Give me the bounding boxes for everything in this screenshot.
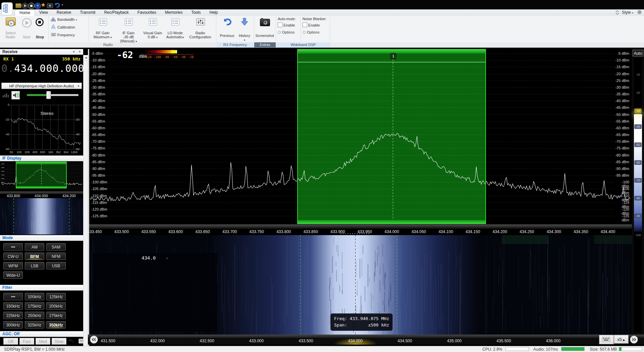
audio-device-select[interactable]: HP (Périphérique High Definition Audio) … [1,83,82,89]
panel-collapse-icon[interactable]: ▼ [72,49,75,55]
mode-button-lsb[interactable]: LSB [25,262,44,269]
filter-button-125khz[interactable]: 125kHz [46,293,66,300]
panel-close-icon[interactable]: × [78,49,81,55]
favourite-star-icon[interactable]: ★ [41,1,46,8]
spectrum-gridline [105,101,614,101]
mode-button-sam[interactable]: SAM [46,243,66,251]
db-label-right: -95 dBm [614,173,629,177]
frequency-display[interactable]: 0.434.000.000 [1,62,82,74]
frequency-button[interactable]: Frequency [51,32,87,38]
automute-enable-checkbox[interactable]: Enable [278,23,295,27]
bandwidth-button[interactable]: Bandwidth ▾ [51,16,87,23]
visual-gain-button[interactable]: Visual Gain0 dB ▾ [142,16,163,42]
radio-configuration-button[interactable]: RadioConfiguration [186,16,214,42]
tab-tools[interactable]: Tools [187,9,205,16]
nb-enable-checkbox[interactable]: Enable [303,23,320,27]
audio-meter [561,347,585,351]
filter-button-225khz[interactable]: 225kHz [3,312,23,319]
tune-line[interactable] [393,53,393,220]
db-label-right: -45 dBm [614,105,629,109]
add-icon[interactable]: + [35,3,41,9]
lo-mode-button[interactable]: LO ModeAutomatic▾ [164,16,186,42]
if-gain-button[interactable]: IF Gain-35 dB (Manual) ▾ [115,16,142,42]
filter-button-325khz[interactable]: 325kHz [25,321,44,328]
mode-button-wfm[interactable]: WFM [3,262,23,269]
mode-button-cwu[interactable]: CW-U [3,253,23,260]
mode-button-wideu[interactable]: Wide-U [3,271,23,279]
filter-button-350khz[interactable]: 350kHz [46,321,66,328]
spectrum-gridline [105,196,614,196]
agc-button-fast[interactable]: Fast [19,338,34,345]
mode-button-nfm[interactable]: NFM [46,253,66,260]
agc-button-med[interactable]: Med [36,338,50,345]
style-button[interactable]: Style ▾ [622,10,633,15]
selection-bottom-bar[interactable] [297,220,486,224]
tab-transmit[interactable]: Transmit [75,9,100,16]
spectrum-freq-label: 433.700 [220,229,240,234]
agc-button-slow[interactable]: Slow [52,338,66,345]
tab-view[interactable]: View [35,9,52,16]
filter-button-[interactable]: ••• [3,293,23,300]
play-icon[interactable] [22,3,28,9]
filter-button-175khz[interactable]: 175kHz [25,302,44,310]
automute-options-button[interactable]: ⛭ Options [278,30,295,35]
scale-chip-m20: -20 [634,90,642,95]
scroll-up-icon[interactable] [84,55,88,60]
filter-button-250khz[interactable]: 250kHz [25,312,44,319]
selection-right-edge[interactable] [485,49,486,224]
open-folder-icon[interactable] [15,3,21,8]
stop-icon[interactable] [28,3,35,9]
tab-favourites[interactable]: Favourites [133,9,161,16]
previous-button[interactable]: Previous [218,16,236,40]
if-freq-label: 434.200 [60,194,78,198]
zoom-x5-button[interactable]: x5 ▶ [614,335,629,344]
undo-icon[interactable] [54,2,60,9]
screenshot-button[interactable]: Screenshot [255,16,274,42]
app-icon[interactable] [1,2,13,15]
filter-button-300khz[interactable]: 300kHz [3,321,23,328]
mode-button-am[interactable]: AM [25,243,44,251]
filter-button-100khz[interactable]: 100kHz [25,293,44,300]
selection-region[interactable] [297,49,486,224]
sidebar-scrollbar[interactable] [83,55,88,346]
history-button[interactable]: History▾ [237,16,252,42]
scroll-right-button[interactable] [630,336,638,344]
scroll-left-button[interactable] [90,336,98,344]
select-radio-button[interactable]: SelectRadio [2,16,19,42]
rf-gain-button[interactable]: RF GainMaximum ▾ [91,16,115,42]
mode-button-usb[interactable]: USB [46,262,66,269]
auto-scale-button[interactable]: Auto [633,50,643,56]
nb-options-button[interactable]: ⛭ Options [303,30,320,35]
levels-icon[interactable] [3,92,9,99]
qat-customize-icon[interactable]: ▾ [62,3,65,6]
mode-button-[interactable]: ••• [3,243,23,251]
start-button[interactable]: Start [20,16,33,42]
agc-button-off[interactable]: Off [3,338,18,345]
waterfall-colour-scale[interactable] [634,58,642,333]
tab-home[interactable]: Home [15,9,35,16]
if-waterfall[interactable] [0,198,83,234]
undo-agc-icon[interactable] [68,338,74,345]
tab-help[interactable]: Help [205,9,222,16]
filter-button-275khz[interactable]: 275kHz [46,312,66,319]
volume-slider[interactable] [27,91,78,98]
speaker-icon[interactable] [11,91,20,99]
rx-marker[interactable]: 1 [390,53,396,59]
stop-button[interactable]: Stop [34,16,46,42]
filter-button-200khz[interactable]: 200kHz [46,302,66,310]
tab-memories[interactable]: Memories [161,9,187,16]
filter-button-150khz[interactable]: 150kHz [3,302,23,310]
if-tick [1,171,4,172]
gear-icon[interactable] [637,9,642,16]
tab-rec-playback[interactable]: Rec/Playback [100,9,133,16]
radio-configuration-icon [196,18,205,26]
calibration-button[interactable]: Calibration [51,24,87,31]
pane-splitter-handle[interactable] [340,233,371,234]
spectrum-gridline [105,203,614,203]
tab-receive[interactable]: Receive [52,9,75,16]
mode-button-bfm[interactable]: BFM [25,253,44,260]
keyboard-entry-button[interactable] [599,335,614,344]
camera-icon[interactable] [47,3,53,8]
volume-slider-thumb[interactable] [46,91,51,99]
selection-left-edge[interactable] [297,49,298,224]
